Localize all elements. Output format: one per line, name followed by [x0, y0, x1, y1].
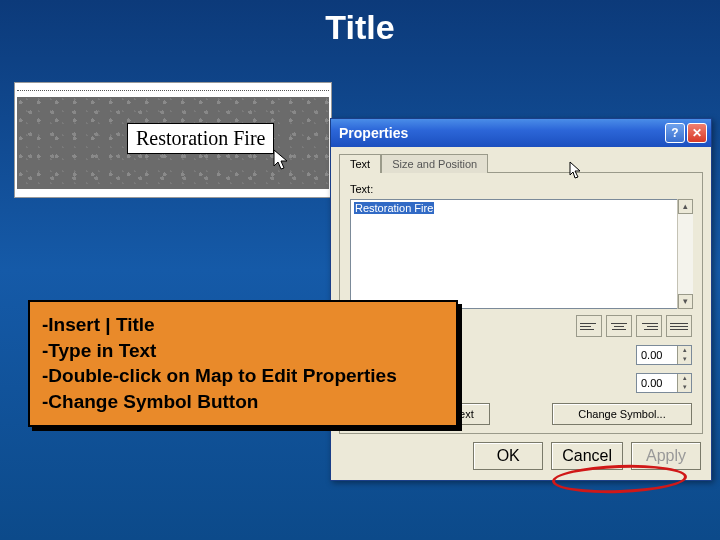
dialog-titlebar[interactable]: Properties ? ✕ [331, 119, 711, 147]
instruction-line: -Insert | Title [42, 312, 444, 338]
apply-button[interactable]: Apply [631, 442, 701, 470]
character-spacing-input[interactable]: 0.00 ▴▾ [636, 345, 692, 365]
help-button[interactable]: ? [665, 123, 685, 143]
slide-title: Title [0, 0, 720, 47]
close-button[interactable]: ✕ [687, 123, 707, 143]
map-title-label[interactable]: Restoration Fire [127, 123, 274, 154]
text-input-value: Restoration Fire [354, 202, 434, 214]
align-justify-button[interactable] [666, 315, 692, 337]
tab-text[interactable]: Text [339, 154, 381, 173]
instruction-callout: -Insert | Title -Type in Text -Double-cl… [28, 300, 458, 427]
spin-up-icon[interactable]: ▴ [677, 346, 691, 355]
spin-up-icon[interactable]: ▴ [677, 374, 691, 383]
cursor-icon [569, 161, 583, 181]
align-right-button[interactable] [636, 315, 662, 337]
textarea-scrollbar[interactable]: ▴ ▾ [677, 199, 693, 309]
spin-down-icon[interactable]: ▾ [677, 355, 691, 364]
tab-size-position[interactable]: Size and Position [381, 154, 488, 173]
character-spacing-value: 0.00 [641, 349, 662, 361]
instruction-line: -Double-click on Map to Edit Properties [42, 363, 444, 389]
ok-button[interactable]: OK [473, 442, 543, 470]
cursor-icon [273, 149, 291, 173]
align-left-button[interactable] [576, 315, 602, 337]
text-field-label: Text: [350, 183, 692, 195]
scroll-up-icon[interactable]: ▴ [678, 199, 693, 214]
dialog-title: Properties [339, 125, 408, 141]
leading-value: 0.00 [641, 377, 662, 389]
map-guide-line [17, 87, 329, 91]
scroll-down-icon[interactable]: ▾ [678, 294, 693, 309]
leading-input[interactable]: 0.00 ▴▾ [636, 373, 692, 393]
dialog-tabs: Text Size and Position [331, 147, 711, 172]
instruction-line: -Type in Text [42, 338, 444, 364]
text-input[interactable]: Restoration Fire [350, 199, 692, 309]
instruction-line: -Change Symbol Button [42, 389, 444, 415]
dialog-action-row: OK Cancel Apply [331, 442, 711, 480]
spin-down-icon[interactable]: ▾ [677, 383, 691, 392]
map-terrain: Restoration Fire [17, 97, 329, 189]
change-symbol-button[interactable]: Change Symbol... [552, 403, 692, 425]
align-center-button[interactable] [606, 315, 632, 337]
cancel-button[interactable]: Cancel [551, 442, 623, 470]
map-preview[interactable]: Restoration Fire [14, 82, 332, 198]
